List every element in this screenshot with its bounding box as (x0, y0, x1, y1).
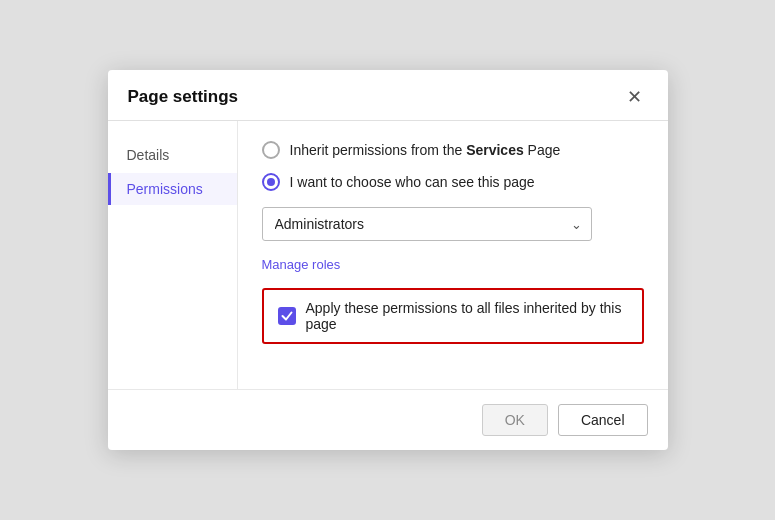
sidebar-item-details[interactable]: Details (108, 139, 237, 171)
page-settings-dialog: Page settings ✕ Details Permissions Inhe… (108, 70, 668, 450)
close-button[interactable]: ✕ (621, 86, 648, 108)
manage-roles-link[interactable]: Manage roles (262, 257, 644, 272)
sidebar-item-permissions[interactable]: Permissions (108, 173, 237, 205)
dropdown-row: Administrators Everyone Members Visitors… (262, 207, 644, 241)
role-dropdown-wrapper: Administrators Everyone Members Visitors… (262, 207, 592, 241)
dialog-footer: OK Cancel (108, 389, 668, 450)
dialog-header: Page settings ✕ (108, 70, 668, 121)
radio-choose-label: I want to choose who can see this page (290, 174, 535, 190)
dialog-title: Page settings (128, 87, 239, 107)
sidebar: Details Permissions (108, 121, 238, 389)
ok-button[interactable]: OK (482, 404, 548, 436)
radio-inherit[interactable] (262, 141, 280, 159)
radio-inherit-label: Inherit permissions from the Services Pa… (290, 142, 561, 158)
radio-choose-row[interactable]: I want to choose who can see this page (262, 173, 644, 191)
apply-permissions-checkbox[interactable] (278, 307, 296, 325)
radio-choose[interactable] (262, 173, 280, 191)
apply-permissions-label: Apply these permissions to all files inh… (306, 300, 628, 332)
checkmark-icon (281, 310, 293, 322)
radio-inherit-row[interactable]: Inherit permissions from the Services Pa… (262, 141, 644, 159)
role-dropdown[interactable]: Administrators Everyone Members Visitors (262, 207, 592, 241)
permissions-content: Inherit permissions from the Services Pa… (238, 121, 668, 389)
dialog-body: Details Permissions Inherit permissions … (108, 121, 668, 389)
cancel-button[interactable]: Cancel (558, 404, 648, 436)
checkbox-permissions-box: Apply these permissions to all files inh… (262, 288, 644, 344)
